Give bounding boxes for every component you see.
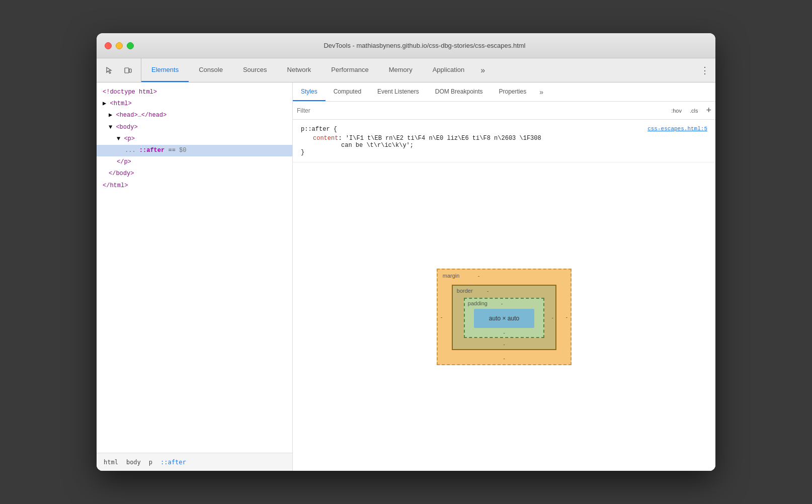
tree-doctype[interactable]: <!doctype html>	[97, 87, 292, 98]
styles-tab-properties[interactable]: Properties	[491, 82, 534, 101]
filter-bar: :hov .cls +	[293, 102, 715, 120]
border-label: border	[457, 288, 473, 294]
tab-application[interactable]: Application	[423, 58, 475, 82]
box-model-border[interactable]: border - - - padding - - aut	[452, 285, 556, 350]
devtools-toolbar: Elements Console Sources Network Perform…	[97, 58, 715, 82]
filter-buttons: :hov .cls +	[669, 105, 711, 116]
css-property-value-2: can be \t\r\ic\k\y';	[341, 142, 414, 149]
toolbar-icons	[97, 58, 141, 82]
add-style-button[interactable]: +	[706, 105, 711, 116]
devtools-menu-button[interactable]: ⋮	[694, 58, 715, 82]
tab-network[interactable]: Network	[277, 58, 321, 82]
margin-left-value: -	[441, 314, 443, 320]
device-toolbar-icon[interactable]	[121, 63, 135, 77]
margin-bottom-value: -	[503, 355, 505, 361]
padding-bottom-value: -	[503, 329, 505, 335]
hov-button[interactable]: :hov	[669, 107, 684, 115]
css-source-link[interactable]: css-escapes.html:5	[647, 126, 707, 133]
tree-p[interactable]: ▼ <p>	[97, 133, 292, 145]
css-property-value-1[interactable]: 'I\F1 t\EB rn\E2 ti\F4 n\E0 liz\E6 ti\F8…	[346, 135, 541, 142]
css-rule-header: p::after { css-escapes.html:5	[301, 126, 707, 133]
css-property-name: content	[313, 135, 338, 142]
breadcrumb-p[interactable]: p	[146, 458, 155, 467]
tab-elements[interactable]: Elements	[141, 58, 189, 82]
toolbar-tabs: Elements Console Sources Network Perform…	[141, 58, 491, 82]
css-selector[interactable]: p::after {	[301, 126, 337, 133]
elements-tree: <!doctype html> ▶ <html> ▶ <head>…</head…	[97, 82, 292, 453]
box-model-padding[interactable]: padding - - auto × auto	[464, 298, 544, 338]
margin-label: margin	[443, 273, 460, 279]
breadcrumb-after[interactable]: ::after	[157, 458, 189, 467]
styles-tab-dom-breakpoints[interactable]: DOM Breakpoints	[427, 82, 491, 101]
title-bar: DevTools - mathiasbynens.github.io/css-d…	[97, 33, 715, 58]
tree-body-close[interactable]: </body>	[97, 168, 292, 180]
elements-panel: <!doctype html> ▶ <html> ▶ <head>…</head…	[97, 82, 293, 471]
cls-button[interactable]: .cls	[688, 107, 700, 115]
styles-panel: Styles Computed Event Listeners DOM Brea…	[293, 82, 715, 471]
main-content: <!doctype html> ▶ <html> ▶ <head>…</head…	[97, 82, 715, 471]
styles-tab-event-listeners[interactable]: Event Listeners	[369, 82, 427, 101]
border-right-value: -	[552, 314, 554, 320]
svg-rect-1	[129, 69, 131, 72]
tab-performance[interactable]: Performance	[321, 58, 378, 82]
tree-html[interactable]: ▶ <html>	[97, 98, 292, 110]
content-size: auto × auto	[489, 315, 519, 322]
border-bottom-value: -	[503, 341, 505, 347]
tree-p-close[interactable]: </p>	[97, 156, 292, 168]
margin-right-value: -	[566, 314, 568, 320]
window-title: DevTools - mathiasbynens.github.io/css-d…	[142, 42, 707, 49]
css-property-line: content: 'I\F1 t\EB rn\E2 ti\F4 n\E0 liz…	[301, 135, 707, 142]
close-button[interactable]	[105, 42, 112, 49]
styles-tab-computed[interactable]: Computed	[326, 82, 369, 101]
tree-html-close[interactable]: </html>	[97, 180, 292, 192]
more-tabs-button[interactable]: »	[474, 58, 491, 82]
css-close-brace: }	[301, 149, 707, 156]
svg-rect-0	[125, 68, 129, 73]
traffic-lights	[105, 42, 134, 49]
padding-label: padding	[468, 300, 488, 306]
padding-top-value: -	[501, 300, 503, 306]
box-model: margin - - - - border - - -	[437, 269, 572, 365]
breadcrumb-html[interactable]: html	[101, 458, 121, 467]
filter-input[interactable]	[297, 107, 669, 114]
breadcrumb-body[interactable]: body	[123, 458, 144, 467]
css-rule: p::after { css-escapes.html:5 content: '…	[293, 120, 715, 162]
margin-top-value: -	[478, 273, 480, 279]
inspect-element-icon[interactable]	[103, 63, 117, 77]
devtools-window: DevTools - mathiasbynens.github.io/css-d…	[97, 33, 715, 471]
styles-tabs: Styles Computed Event Listeners DOM Brea…	[293, 82, 715, 102]
maximize-button[interactable]	[127, 42, 134, 49]
border-top-value: -	[487, 288, 489, 294]
tree-body[interactable]: ▼ <body>	[97, 122, 292, 133]
more-styles-tabs[interactable]: »	[534, 82, 548, 101]
box-model-content[interactable]: auto × auto	[474, 309, 534, 328]
breadcrumb: html body p ::after	[97, 453, 292, 471]
tree-after-selected[interactable]: ... ::after == $0	[97, 145, 292, 156]
tab-console[interactable]: Console	[189, 58, 233, 82]
minimize-button[interactable]	[116, 42, 123, 49]
tab-sources[interactable]: Sources	[233, 58, 277, 82]
box-model-margin[interactable]: margin - - - - border - - -	[437, 269, 572, 365]
tab-memory[interactable]: Memory	[379, 58, 423, 82]
css-value-continuation: can be \t\r\ic\k\y';	[301, 142, 707, 149]
tree-head[interactable]: ▶ <head>…</head>	[97, 110, 292, 121]
styles-tab-styles[interactable]: Styles	[293, 82, 326, 101]
box-model-area: margin - - - - border - - -	[293, 162, 715, 471]
